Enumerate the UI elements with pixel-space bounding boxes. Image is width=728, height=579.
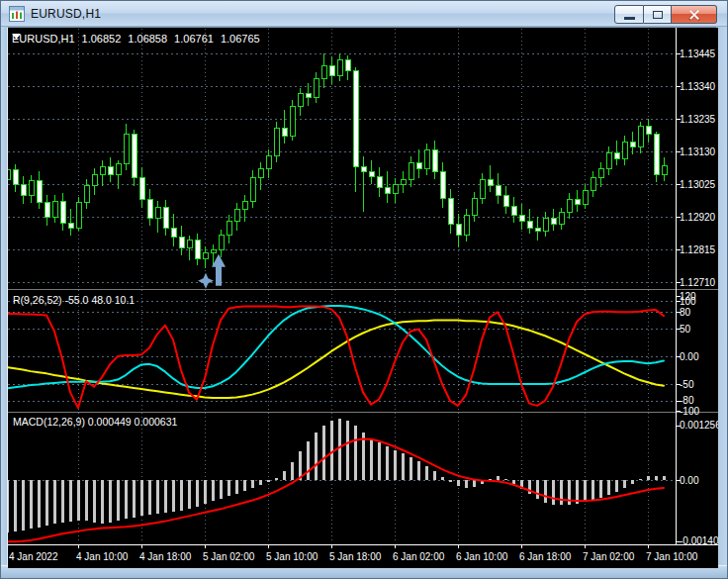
macd-histogram-bar xyxy=(8,480,9,532)
macd-histogram-bar xyxy=(283,471,286,480)
candle-body xyxy=(219,236,224,249)
macd-histogram-bar xyxy=(267,480,270,482)
macd-histogram-bar xyxy=(38,480,41,528)
macd-histogram-bar xyxy=(338,419,341,480)
macd-histogram-bar xyxy=(275,478,278,480)
time-tick-label: 7 Jan 10:00 xyxy=(646,551,698,562)
candle-body xyxy=(361,167,366,172)
candle-body xyxy=(432,149,437,171)
time-tick-label: 6 Jan 02:00 xyxy=(393,551,445,562)
macd-histogram-bar xyxy=(307,441,310,480)
macd-histogram-bar xyxy=(592,480,594,500)
candle-body xyxy=(646,127,651,135)
macd-histogram-bar xyxy=(69,480,72,522)
close-button[interactable] xyxy=(672,5,717,24)
macd-histogram-bar xyxy=(101,480,104,524)
candle-body xyxy=(329,66,334,75)
macd-histogram-bar xyxy=(22,480,25,531)
candle-body xyxy=(614,153,619,159)
candle-body xyxy=(559,212,564,225)
macd-histogram-bar xyxy=(117,480,120,521)
candle-body xyxy=(567,200,572,213)
macd-histogram-bar xyxy=(156,480,159,514)
candle-body xyxy=(377,176,382,187)
candle-body xyxy=(503,195,508,206)
candle-body xyxy=(345,59,350,70)
price-tick-label: 1.12920 xyxy=(680,212,716,223)
candle-body xyxy=(448,198,453,225)
candle-body xyxy=(440,171,445,198)
candle-body xyxy=(8,170,10,179)
macd-histogram-bar xyxy=(394,450,397,480)
candle-body xyxy=(306,94,311,97)
close-icon xyxy=(688,9,700,21)
window-title: EURUSD,H1 xyxy=(31,7,101,21)
macd-histogram-bar xyxy=(228,480,230,496)
maximize-button[interactable] xyxy=(644,5,672,24)
candle-body xyxy=(630,143,635,147)
candle-body xyxy=(179,237,184,247)
macd-histogram-bar xyxy=(417,461,420,480)
macd-histogram-bar xyxy=(647,476,650,480)
macd-histogram-bar xyxy=(386,446,389,480)
macd-histogram-bar xyxy=(512,480,515,484)
candle-body xyxy=(60,201,65,223)
candle-body xyxy=(68,223,73,228)
macd-histogram-bar xyxy=(243,480,246,491)
candle-body xyxy=(100,167,105,175)
macd-tick-label: 0.001256 xyxy=(680,420,718,431)
candle-body xyxy=(424,149,429,168)
chart-client-area[interactable]: EURUSD,H1 1.06852 1.06858 1.06761 1.0676… xyxy=(7,27,717,567)
macd-histogram-bar xyxy=(259,480,262,485)
candle-body xyxy=(242,201,247,209)
macd-histogram-bar xyxy=(497,476,500,480)
macd-histogram-bar xyxy=(196,480,199,507)
candle-body xyxy=(488,179,493,185)
macd-histogram-bar xyxy=(402,453,405,480)
macd-histogram-bar xyxy=(473,480,476,487)
candle-body xyxy=(638,127,643,146)
time-tick-label: 7 Jan 02:00 xyxy=(583,551,635,562)
time-tick-label: 5 Jan 10:00 xyxy=(266,551,318,562)
candle-body xyxy=(163,208,168,228)
macd-tick-label: 0.00 xyxy=(680,475,699,486)
candle-body xyxy=(575,200,580,205)
price-tick-label: 1.13025 xyxy=(680,179,716,190)
macd-histogram-bar xyxy=(623,480,626,488)
macd-histogram-bar xyxy=(655,476,658,480)
macd-histogram-bar xyxy=(433,471,436,480)
ohlc-header[interactable]: EURUSD,H1 1.06852 1.06858 1.06761 1.0676… xyxy=(12,33,260,45)
macd-histogram-bar xyxy=(346,421,349,480)
price-tick-label: 1.13235 xyxy=(680,114,716,125)
chart-window-icon[interactable] xyxy=(9,6,25,22)
oscillator-label: R(9,26,52) -55.0 48.0 10.1 xyxy=(13,294,135,306)
candle-body xyxy=(527,222,532,228)
minimize-button[interactable] xyxy=(614,5,644,24)
price-tick-label: 1.13130 xyxy=(680,146,716,157)
candle-body xyxy=(353,70,358,166)
candle-body xyxy=(45,203,49,217)
candle-body xyxy=(393,184,398,193)
candle-body xyxy=(108,167,113,175)
macd-histogram-bar xyxy=(584,480,587,502)
candle-body xyxy=(84,186,89,203)
macd-histogram-bar xyxy=(204,480,207,504)
candle-body xyxy=(591,178,595,191)
candle-body xyxy=(583,190,588,204)
macd-histogram-bar xyxy=(53,480,56,524)
time-tick-label: 6 Jan 18:00 xyxy=(519,551,572,562)
macd-histogram-bar xyxy=(14,480,17,531)
macd-histogram-bar xyxy=(354,426,357,480)
candle-body xyxy=(464,215,469,235)
candle-body xyxy=(535,228,540,231)
macd-histogram-bar xyxy=(410,457,412,480)
macd-histogram-bar xyxy=(378,442,381,480)
macd-histogram-bar xyxy=(180,480,183,511)
window-titlebar[interactable]: EURUSD,H1 xyxy=(1,1,727,27)
macd-histogram-bar xyxy=(504,479,507,480)
chart-window: EURUSD,H1 EURUSD,H1 1.06852 1.06858 1.06… xyxy=(0,0,728,579)
macd-histogram-bar xyxy=(220,480,223,499)
macd-histogram-bar xyxy=(46,480,48,526)
macd-histogram-bar xyxy=(85,480,88,521)
header-symbol: EURUSD,H1 xyxy=(12,33,75,45)
